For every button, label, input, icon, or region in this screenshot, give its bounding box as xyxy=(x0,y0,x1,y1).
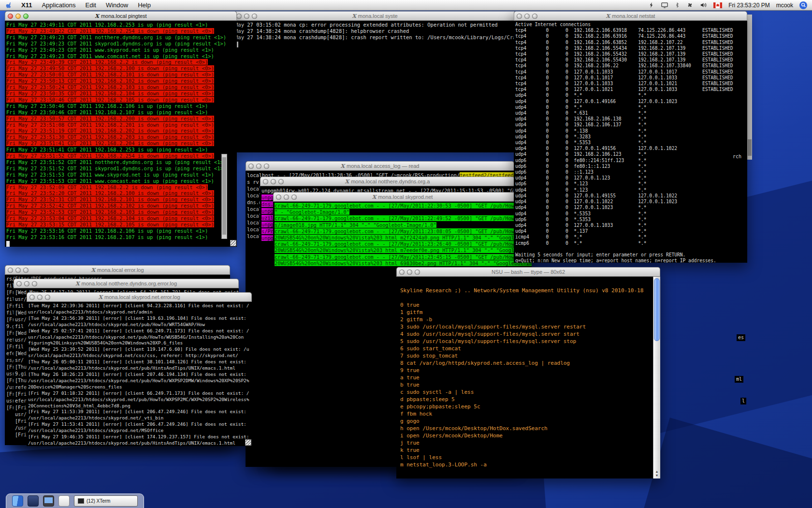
menu-item-applications[interactable]: Applications xyxy=(37,0,80,11)
zoom-button[interactable] xyxy=(23,14,29,19)
terminal-output[interactable]: Fri May 27 23:49:11 CDT 2011 192.168.2.2… xyxy=(5,21,237,247)
terminal-output[interactable]: Active Internet connectionstcp4 0 0 192.… xyxy=(514,21,747,263)
apple-icon xyxy=(6,1,13,9)
window-title-text: mona.local notthere.dyndns.org.a xyxy=(351,179,430,184)
close-button[interactable] xyxy=(248,164,254,169)
close-button[interactable] xyxy=(8,14,13,19)
airport-icon[interactable] xyxy=(686,1,694,9)
window-title: X mona.local pingtest xyxy=(32,13,209,19)
menu-app-name[interactable]: X11 xyxy=(16,0,37,11)
scrollbar-arrows[interactable]: ▲▼ xyxy=(653,470,660,478)
titlebar[interactable]: X mona.local skyprod.net.error.log xyxy=(27,292,252,302)
dock: (12) XTerm xyxy=(6,493,144,508)
titlebar[interactable]: X mona.local access_log — read xyxy=(246,161,514,171)
x11-icon: X xyxy=(352,14,356,19)
dock-app-icon[interactable] xyxy=(28,495,39,507)
zoom-button[interactable] xyxy=(252,14,257,19)
menu-item-help[interactable]: Help xyxy=(133,0,156,11)
zoom-button[interactable] xyxy=(23,268,29,273)
background-window-fragment: l xyxy=(740,398,746,404)
window-title: NSU — bash — ttype — 80x62 xyxy=(424,269,633,275)
close-button[interactable] xyxy=(263,179,268,184)
scrollbar[interactable] xyxy=(221,154,227,239)
window-title-text: mona.local syste xyxy=(358,13,398,19)
close-button[interactable] xyxy=(16,281,22,286)
scrollbar-thumb[interactable] xyxy=(654,278,660,341)
resize-grip[interactable] xyxy=(230,240,236,246)
minimize-button[interactable] xyxy=(37,295,43,300)
titlebar[interactable]: X mona.local pingtest xyxy=(5,11,237,21)
minimize-button[interactable] xyxy=(284,194,289,200)
titlebar[interactable]: X mona.local netstat xyxy=(514,11,747,21)
resize-grip[interactable] xyxy=(245,439,251,446)
titlebar[interactable]: X mona.local skyprod.net xyxy=(273,192,532,202)
window-title: X mona.local syste xyxy=(261,13,489,19)
volume-icon[interactable] xyxy=(700,1,707,9)
window-title: X mona.local netstat xyxy=(541,13,720,19)
background-window-fragment: rch xyxy=(731,153,743,160)
close-button[interactable] xyxy=(399,269,405,275)
apple-menu-icon[interactable] xyxy=(0,1,16,9)
zoom-button[interactable] xyxy=(32,281,37,286)
displays-icon[interactable] xyxy=(661,1,668,9)
titlebar[interactable]: X mona.local notthere.dyndns.org.error.l… xyxy=(14,279,239,288)
menu-item-edit[interactable]: Edit xyxy=(81,0,101,11)
zoom-button[interactable] xyxy=(264,164,269,169)
dock-minimized-xterm[interactable]: (12) XTerm xyxy=(74,495,138,507)
window-pingtest: X mona.local pingtest Fri May 27 23:49:1… xyxy=(5,11,237,247)
window-title: X mona.local skyprod.net.error.log xyxy=(54,294,224,300)
close-button[interactable] xyxy=(517,14,522,19)
zoom-button[interactable] xyxy=(532,14,537,19)
x11-icon: X xyxy=(75,281,80,286)
close-button[interactable] xyxy=(276,194,281,200)
desktop: X mona.local syste May 27 03:15:02 mona … xyxy=(0,0,812,508)
minimize-button[interactable] xyxy=(244,14,249,19)
window-title-text: NSU — bash — ttype — 80x62 xyxy=(492,269,565,275)
power-icon[interactable] xyxy=(648,1,654,9)
titlebar[interactable]: NSU — bash — ttype — 80x62 xyxy=(396,267,660,277)
minimize-button[interactable] xyxy=(24,281,29,286)
terminal-output[interactable]: Skyline Research ;) .. Network/System Ma… xyxy=(396,277,653,478)
close-button[interactable] xyxy=(236,14,242,19)
background-window-fragment: ml xyxy=(735,376,743,383)
menu-bar: X11 Applications Edit Window Help xyxy=(0,0,812,11)
xterm-tile-label: (12) XTerm xyxy=(87,498,110,504)
terminal-output[interactable]: May 27 03:15:02 mona cp: error processin… xyxy=(233,21,516,152)
minimize-button[interactable] xyxy=(256,164,261,169)
titlebar[interactable]: X mona.local syste xyxy=(233,11,516,21)
zoom-button[interactable] xyxy=(278,179,284,184)
window-title: X mona.local notthere.dyndns.org.a xyxy=(288,179,487,184)
minimize-button[interactable] xyxy=(407,269,412,275)
x11-icon: X xyxy=(345,179,349,184)
dock-finder-icon[interactable] xyxy=(12,495,23,507)
zoom-button[interactable] xyxy=(45,295,50,300)
titlebar[interactable]: X mona.local error.log xyxy=(5,265,230,275)
window-skyprod-error-log: X mona.local skyprod.net.error.log [Tue … xyxy=(27,292,252,446)
dock-displays-icon[interactable] xyxy=(43,495,54,507)
zoom-button[interactable] xyxy=(415,269,420,275)
window-title: X mona.local error.log xyxy=(32,267,203,273)
window-title-text: mona.local error.log xyxy=(97,267,144,273)
window-title: X mona.local skyprod.net xyxy=(301,194,504,200)
scrollbar[interactable] xyxy=(747,15,752,160)
terminal-output[interactable]: [Tue May 24 22:39:36 2011] [error] [clie… xyxy=(27,302,252,446)
spotlight-icon[interactable] xyxy=(799,1,807,9)
menu-user[interactable]: mcook xyxy=(776,2,793,9)
dock-document-icon[interactable] xyxy=(58,495,70,507)
window-netstat: X mona.local netstat Active Internet con… xyxy=(514,11,747,263)
window-title-text: mona.local skyprod.net xyxy=(378,194,433,200)
zoom-button[interactable] xyxy=(291,194,297,200)
x11-icon: X xyxy=(341,164,345,169)
minimize-button[interactable] xyxy=(15,14,21,19)
minimize-button[interactable] xyxy=(524,14,530,19)
minimize-button[interactable] xyxy=(271,179,276,184)
menu-item-window[interactable]: Window xyxy=(101,0,133,11)
scrollbar[interactable]: ▲▼ xyxy=(653,277,660,478)
canada-flag-icon[interactable] xyxy=(713,2,722,8)
minimize-button[interactable] xyxy=(15,268,21,273)
titlebar[interactable]: X mona.local notthere.dyndns.org.a xyxy=(260,177,515,186)
close-button[interactable] xyxy=(8,268,13,273)
bluetooth-icon[interactable] xyxy=(675,1,680,9)
close-button[interactable] xyxy=(29,295,35,300)
menu-clock[interactable]: Fri 23:53:20 PM xyxy=(728,2,769,9)
